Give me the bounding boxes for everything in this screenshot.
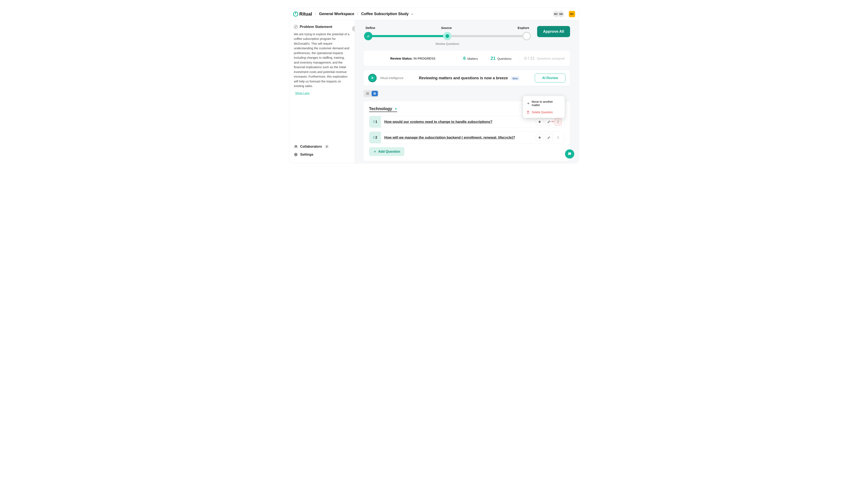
drag-handle-icon[interactable]: ⠿ — [373, 120, 374, 124]
grid-view-button[interactable] — [365, 91, 371, 96]
questions-label: Questions — [497, 57, 512, 60]
avatar[interactable]: SM — [558, 11, 564, 17]
trash-icon — [526, 110, 530, 114]
kebab-icon — [556, 120, 560, 124]
sparkle-icon: ✦ — [395, 107, 397, 110]
app-header: Ritual / General Workspace / Coffee Subs… — [289, 8, 579, 20]
svg-point-11 — [558, 122, 558, 122]
matters-count: 6 — [463, 56, 466, 61]
breadcrumb-separator: / — [357, 12, 358, 16]
ai-sparkle-icon: ✦ — [368, 74, 377, 82]
svg-rect-6 — [368, 94, 369, 95]
ai-review-button[interactable]: AI Review — [535, 74, 565, 83]
beta-badge: Beta — [511, 76, 520, 80]
sparkle-icon — [538, 120, 541, 124]
approve-all-button[interactable]: Approve All — [537, 26, 570, 37]
step-substep-label: Review Questions — [364, 42, 531, 45]
list-view-button[interactable] — [372, 91, 378, 96]
current-user-avatar[interactable]: MV — [569, 11, 575, 17]
chevron-down-icon[interactable] — [411, 12, 413, 15]
svg-point-0 — [295, 145, 296, 147]
view-toggle — [364, 90, 379, 97]
pencil-icon — [547, 136, 551, 139]
sidebar-item-settings[interactable]: Settings — [294, 151, 350, 159]
ai-headline: Reviewing matters and questions is now a… — [419, 76, 508, 80]
ritual-logo-icon — [293, 11, 298, 17]
step-define[interactable]: Define — [366, 26, 375, 30]
breadcrumb-workspace[interactable]: General Workspace — [319, 12, 354, 16]
chat-icon — [567, 152, 572, 156]
collaborators-label: Collaborators — [300, 145, 322, 149]
svg-rect-5 — [366, 94, 367, 95]
workflow-stepper: Define Source Explore Review Questions — [364, 26, 531, 45]
show-less-link[interactable]: Show Less — [294, 92, 350, 95]
step-node-explore[interactable] — [522, 32, 531, 40]
questions-count: 21 — [491, 56, 496, 61]
question-number[interactable]: ⠿ 1 — [369, 116, 381, 128]
menu-move-to-matter[interactable]: Move to another matter — [523, 98, 565, 109]
breadcrumb-separator: / — [315, 12, 316, 16]
drag-handle-icon[interactable]: ⠿ — [373, 136, 374, 139]
svg-rect-3 — [366, 93, 367, 93]
check-icon — [366, 34, 370, 38]
more-options-button[interactable] — [554, 118, 562, 126]
brand-logo[interactable]: Ritual — [293, 11, 312, 17]
review-status-label: Review Status: — [390, 57, 413, 60]
matter-title[interactable]: Technology — [369, 106, 392, 111]
menu-delete-label: Delete Question — [532, 110, 553, 114]
list-icon — [373, 92, 376, 95]
assigned-count: 0 / 21 — [524, 56, 535, 61]
edit-button[interactable] — [545, 118, 553, 126]
breadcrumb-study[interactable]: Coffee Subscription Study — [361, 12, 408, 16]
sparkle-icon — [538, 136, 541, 139]
svg-point-13 — [558, 136, 558, 137]
ai-review-card: ✦ Ritual Intelligence Reviewing matters … — [364, 70, 570, 86]
step-node-define[interactable] — [364, 32, 372, 40]
step-explore[interactable]: Explore — [518, 26, 529, 30]
question-text[interactable]: How would our systems need to change to … — [381, 116, 533, 128]
pencil-icon — [547, 120, 551, 124]
problem-statement-body: We are trying to explore the potential o… — [289, 29, 354, 89]
collaborators-count: 2 — [324, 145, 330, 148]
svg-point-1 — [296, 145, 297, 147]
question-row: ⠿ 2 How will we manage the subscription … — [369, 131, 565, 143]
svg-point-14 — [558, 137, 558, 138]
edit-button[interactable] — [545, 134, 553, 141]
collaborator-avatars[interactable]: MV SM — [553, 11, 564, 17]
sparkle-button[interactable] — [536, 134, 544, 141]
question-text[interactable]: How will we manage the subscription back… — [381, 132, 533, 143]
sparkle-button[interactable] — [536, 118, 544, 126]
add-question-label: Add Question — [378, 150, 400, 154]
review-status-card: Review Status: IN PROGRESS 6 Matters 21 … — [364, 51, 570, 66]
sidebar: Problem Statement We are trying to explo… — [289, 20, 355, 163]
sidebar-item-collaborators[interactable]: Collaborators 2 — [294, 142, 350, 151]
arrow-right-icon — [526, 102, 530, 105]
assigned-label: Questions assigned — [537, 57, 565, 60]
review-status-value: IN PROGRESS — [413, 57, 435, 60]
ai-name: Ritual Intelligence — [380, 76, 404, 80]
kebab-icon — [556, 136, 560, 139]
plus-icon — [373, 150, 377, 153]
users-icon — [294, 145, 298, 149]
menu-delete-question[interactable]: Delete Question — [523, 109, 565, 116]
svg-point-10 — [558, 121, 558, 121]
settings-label: Settings — [300, 153, 313, 157]
step-source[interactable]: Source — [441, 26, 452, 30]
grid-icon — [366, 92, 369, 95]
gear-icon — [294, 153, 298, 157]
menu-move-label: Move to another matter — [532, 100, 561, 107]
question-context-menu: Move to another matter Delete Question — [523, 96, 565, 118]
chat-fab[interactable] — [565, 149, 574, 159]
svg-rect-7 — [374, 93, 376, 93]
problem-statement-title: Problem Statement — [300, 25, 332, 29]
svg-point-12 — [558, 123, 558, 123]
add-question-button[interactable]: Add Question — [369, 147, 405, 156]
step-node-source[interactable] — [443, 32, 452, 40]
matters-label: Matters — [467, 57, 478, 60]
more-options-button[interactable] — [554, 134, 562, 141]
svg-rect-4 — [368, 93, 369, 93]
svg-point-15 — [558, 138, 558, 139]
question-number[interactable]: ⠿ 2 — [369, 132, 381, 143]
svg-point-2 — [295, 154, 296, 155]
matter-card: Technology ✦ Move to another matter Dele… — [364, 101, 570, 161]
